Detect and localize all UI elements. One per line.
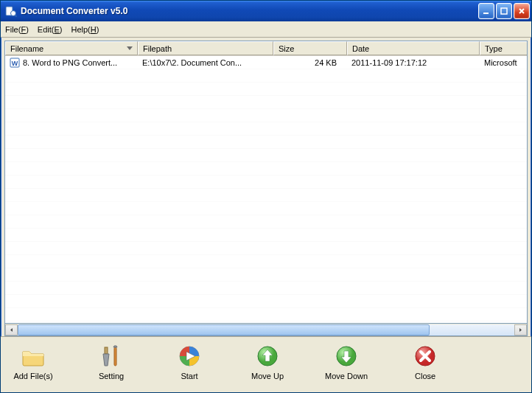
start-button[interactable]: Start (169, 345, 210, 380)
cell-type: Microsoft (480, 56, 527, 69)
cell-size: 24 KB (273, 56, 347, 69)
file-listview[interactable]: Filename Filepath Size Date Type W (4, 41, 528, 324)
scrollbar-track[interactable] (18, 324, 514, 335)
svg-line-2 (15, 15, 17, 17)
content-area: Filename Filepath Size Date Type W (1, 38, 531, 336)
svg-point-1 (11, 11, 16, 16)
svg-text:W: W (12, 60, 18, 67)
maximize-button[interactable] (496, 3, 512, 19)
scroll-right-button[interactable] (514, 324, 527, 335)
bottom-toolbar: Add File(s) Setting (1, 336, 531, 392)
horizontal-scrollbar[interactable] (4, 324, 528, 336)
close-button[interactable]: Close (405, 345, 446, 380)
column-size[interactable]: Size (273, 41, 347, 55)
arrow-down-icon (335, 345, 358, 367)
add-files-button[interactable]: Add File(s) (13, 345, 54, 380)
menu-file[interactable]: File(F) (5, 25, 29, 34)
cell-date: 2011-11-09 17:17:12 (347, 56, 480, 69)
scroll-left-button[interactable] (5, 324, 18, 335)
column-filename[interactable]: Filename (5, 41, 138, 55)
close-window-button[interactable] (514, 3, 530, 19)
arrow-up-icon (256, 345, 279, 367)
listview-body[interactable]: W 8. Word to PNG Convert... E:\10x7\2. D… (5, 56, 527, 323)
setting-label: Setting (99, 372, 124, 380)
svg-rect-3 (483, 13, 489, 14)
column-type[interactable]: Type (480, 41, 528, 55)
svg-rect-7 (105, 347, 108, 354)
scrollbar-thumb[interactable] (18, 324, 430, 335)
cell-filepath: E:\10x7\2. Document Con... (138, 56, 273, 69)
move-up-label: Move Up (251, 372, 284, 380)
word-file-icon: W (10, 58, 20, 68)
menu-help[interactable]: Help(H) (71, 25, 99, 34)
close-label: Close (415, 372, 435, 380)
column-filepath[interactable]: Filepath (138, 41, 273, 55)
app-icon (5, 5, 17, 17)
column-date[interactable]: Date (347, 41, 480, 55)
tools-icon (99, 345, 123, 367)
folder-icon (21, 345, 45, 367)
cell-filename: W 8. Word to PNG Convert... (5, 56, 138, 69)
setting-button[interactable]: Setting (91, 345, 132, 380)
app-window: Document Converter v5.0 File(F) Edit(E) … (0, 0, 532, 393)
close-icon (413, 345, 437, 367)
move-down-label: Move Down (325, 372, 368, 380)
svg-rect-8 (114, 347, 116, 366)
titlebar: Document Converter v5.0 (1, 1, 531, 21)
start-icon (178, 345, 201, 367)
cell-filename-text: 8. Word to PNG Convert... (23, 58, 117, 67)
window-controls (478, 3, 530, 19)
move-up-button[interactable]: Move Up (247, 345, 288, 380)
listview-header: Filename Filepath Size Date Type (5, 41, 527, 56)
window-title: Document Converter v5.0 (21, 6, 478, 16)
move-down-button[interactable]: Move Down (325, 345, 368, 380)
start-label: Start (181, 372, 197, 380)
minimize-button[interactable] (478, 3, 494, 19)
svg-rect-4 (501, 8, 507, 14)
menu-edit[interactable]: Edit(E) (38, 25, 63, 34)
table-row[interactable]: W 8. Word to PNG Convert... E:\10x7\2. D… (5, 56, 527, 69)
menubar: File(F) Edit(E) Help(H) (1, 21, 531, 38)
add-files-label: Add File(s) (13, 372, 52, 380)
